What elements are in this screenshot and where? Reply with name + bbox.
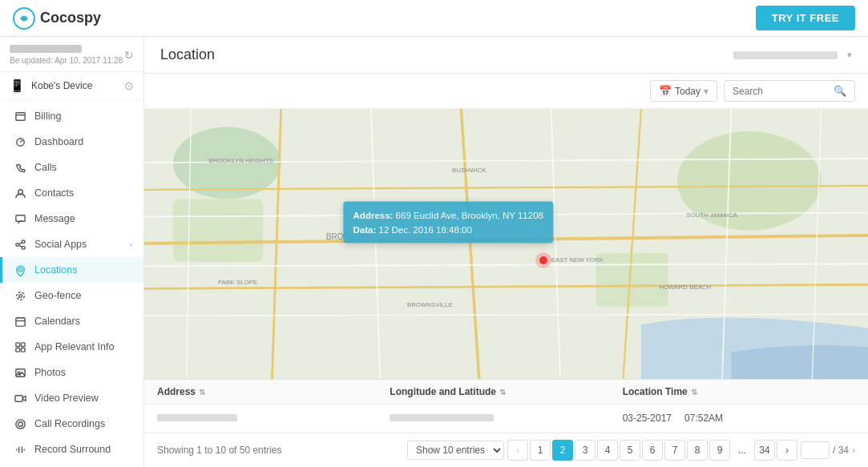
svg-point-12 [16,292,23,299]
search-input[interactable] [733,86,829,97]
sort-icon-time[interactable]: ⇅ [691,388,697,397]
tooltip-address-line: Address: 669 Euclid Ave, Brooklyn, NY 11… [353,207,543,222]
pin-inner [539,256,547,264]
page-2-button[interactable]: 2 [552,440,573,461]
coords-blur [390,414,494,421]
svg-rect-18 [15,342,19,346]
sidebar-item-label: Message [34,213,75,224]
svg-rect-21 [21,348,25,352]
svg-text:SOUTH JAMAICA: SOUTH JAMAICA [686,211,738,219]
sort-icon-address[interactable]: ⇅ [199,388,205,397]
date-select[interactable]: 📅 Today ▾ [650,80,717,102]
call-rec-icon [14,417,26,430]
table-section: Address ⇅ Longitude and Latitude ⇅ Locat… [144,379,868,433]
sidebar-item-calendars[interactable]: Calendars [0,308,143,334]
sidebar-item-photos[interactable]: Photos [0,360,143,385]
pagination-right: Show 10 entries Show 25 entries Show 50 … [407,440,855,461]
page-4-button[interactable]: 4 [597,440,618,461]
sidebar-item-geo-fence[interactable]: Geo-fence [0,283,143,308]
sidebar-item-contacts[interactable]: Contacts [0,180,143,206]
content-area: Location ▾ 📅 Today ▾ 🔍 [144,37,868,467]
col-header-time: Location Time ⇅ [623,386,855,397]
message-icon [14,212,26,225]
svg-rect-20 [15,348,19,352]
svg-rect-38 [596,253,668,307]
sidebar-item-calls[interactable]: Calls [0,155,143,180]
next-page-button[interactable]: › [777,440,797,461]
col-header-coords: Longitude and Latitude ⇅ [390,386,622,397]
map-pin [535,252,551,268]
page-ellipsis: ... [732,440,753,461]
device-label: Kobe's Device [31,80,92,91]
pin-outer [535,252,551,268]
sidebar-item-social-apps[interactable]: Social Apps › [0,231,143,257]
header-account-blur [733,51,838,59]
tooltip-data-value: 12 Dec. 2016 18:48:00 [379,225,472,235]
page-5-button[interactable]: 5 [620,440,640,461]
sidebar: Be updated: Apr 10, 2017 11:28 ↻ 📱 Kobe'… [0,37,144,467]
dashboard-icon [14,135,26,148]
sidebar-item-label: App Relevant Info [34,341,114,352]
page-6-button[interactable]: 6 [642,440,663,461]
search-box: 🔍 [724,80,855,102]
sidebar-item-record-surround[interactable]: Record Surround [0,437,143,462]
app-icon [14,340,26,353]
svg-text:BROWNSVILLE: BROWNSVILLE [407,301,453,308]
sidebar-item-capture-screenshots[interactable]: Capture Screenshots [0,462,143,467]
record-icon [14,443,26,456]
sidebar-item-dashboard[interactable]: Dashboard [0,129,143,155]
brand-logo-icon [13,7,35,30]
tooltip-data-label: Data: [353,225,377,235]
page-last-button[interactable]: 34 [754,440,775,461]
account-info: Be updated: Apr 10, 2017 11:28 [10,45,124,65]
svg-rect-24 [14,395,22,401]
sidebar-item-video-preview[interactable]: Video Preview [0,385,143,411]
social-icon [14,238,26,251]
pagination-info: Showing 1 to 10 of 50 entries [157,445,281,456]
svg-text:PARK SLOPE: PARK SLOPE [218,279,257,286]
sidebar-item-app-relevant[interactable]: App Relevant Info [0,334,143,360]
photos-icon [14,366,26,379]
table-header: Address ⇅ Longitude and Latitude ⇅ Locat… [144,380,868,405]
tooltip-address-label: Address: [353,210,394,219]
svg-rect-19 [21,342,25,346]
sidebar-item-message[interactable]: Message [0,206,143,231]
date-label: Today [675,86,700,97]
device-settings-icon[interactable]: ⊙ [124,79,134,92]
page-8-button[interactable]: 8 [687,440,708,461]
page-total-label: / 34 [833,445,849,456]
svg-rect-14 [15,317,24,325]
page-9-button[interactable]: 9 [709,440,730,461]
account-name-blur [10,45,82,53]
sidebar-item-locations[interactable]: Locations [0,257,143,283]
page-3-button[interactable]: 3 [575,440,595,461]
search-icon: 🔍 [834,85,846,97]
sidebar-device[interactable]: 📱 Kobe's Device ⊙ [0,72,143,100]
sidebar-item-label: Contacts [34,187,74,199]
sidebar-item-call-recordings[interactable]: Call Recordings [0,411,143,437]
svg-text:BROOKLYN HEIGHTS: BROOKLYN HEIGHTS [209,157,273,164]
svg-point-26 [15,419,24,428]
sidebar-account: Be updated: Apr 10, 2017 11:28 ↻ [0,37,143,72]
page-jump-input[interactable] [801,441,830,459]
prev-page-button[interactable]: ‹ [507,440,528,461]
page-1-button[interactable]: 1 [530,440,551,461]
svg-rect-1 [15,112,24,119]
sidebar-item-label: Photos [34,367,66,378]
content-header: Location ▾ [144,37,868,74]
brand: Cocospy [13,7,101,30]
svg-point-6 [15,243,18,246]
billing-icon [14,110,26,123]
refresh-icon[interactable]: ↻ [124,49,134,62]
page-next-icon[interactable]: › [852,445,855,456]
sort-icon-coords[interactable]: ⇅ [499,388,506,397]
try-free-button[interactable]: TRY IT FREE [756,6,855,30]
sidebar-item-label: Dashboard [34,136,83,147]
per-page-select[interactable]: Show 10 entries Show 25 entries Show 50 … [407,441,504,460]
sidebar-item-label: Video Preview [34,393,99,404]
account-dropdown-icon[interactable]: ▾ [847,50,852,60]
page-nav: ‹ 1 2 3 4 5 6 7 8 9 ... 34 › [507,440,797,461]
address-blur [157,414,237,421]
sidebar-item-billing[interactable]: Billing [0,103,143,129]
page-7-button[interactable]: 7 [664,440,685,461]
